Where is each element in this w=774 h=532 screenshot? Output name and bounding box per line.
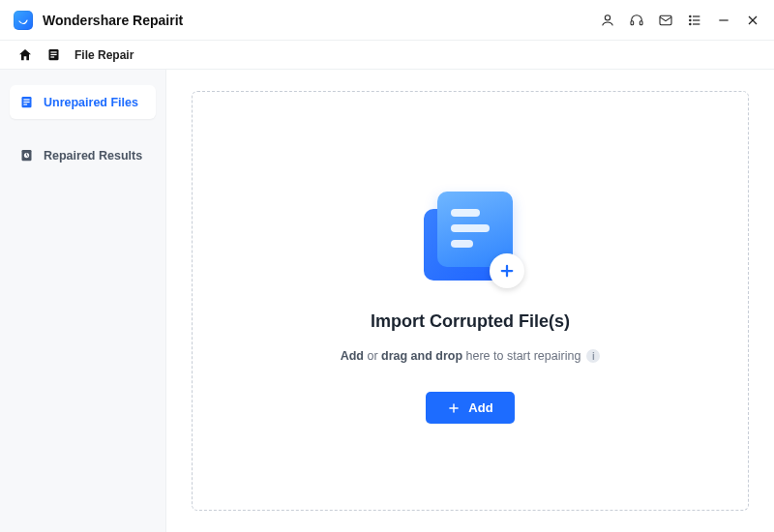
svg-rect-19 bbox=[23, 102, 29, 103]
svg-rect-15 bbox=[50, 54, 56, 55]
titlebar: Wondershare Repairit bbox=[0, 0, 774, 41]
info-icon[interactable]: i bbox=[586, 349, 600, 363]
sidebar-item-label: Repaired Results bbox=[44, 149, 142, 163]
svg-rect-18 bbox=[23, 99, 29, 100]
titlebar-left: Wondershare Repairit bbox=[14, 11, 183, 30]
sub-add: Add bbox=[341, 349, 364, 363]
close-icon[interactable] bbox=[745, 13, 760, 28]
file-icon bbox=[19, 95, 34, 109]
sub-drag: drag and drop bbox=[381, 349, 462, 363]
titlebar-right bbox=[600, 13, 760, 28]
app-title: Wondershare Repairit bbox=[43, 13, 183, 28]
sidebar-item-unrepaired[interactable]: Unrepaired Files bbox=[10, 85, 156, 119]
svg-rect-3 bbox=[660, 15, 671, 24]
plus-badge-icon bbox=[490, 253, 524, 288]
breadcrumb-label: File Repair bbox=[74, 48, 134, 62]
app-logo bbox=[14, 11, 33, 30]
account-icon[interactable] bbox=[600, 13, 615, 28]
home-icon[interactable] bbox=[17, 47, 33, 63]
mail-icon[interactable] bbox=[658, 13, 673, 28]
svg-rect-14 bbox=[50, 51, 56, 52]
dropzone[interactable]: Import Corrupted File(s) Add or drag and… bbox=[192, 91, 749, 511]
sidebar-item-repaired[interactable]: Repaired Results bbox=[10, 138, 156, 172]
svg-point-0 bbox=[605, 15, 610, 19]
svg-rect-16 bbox=[50, 56, 54, 57]
dropzone-headline: Import Corrupted File(s) bbox=[371, 311, 570, 332]
import-illustration bbox=[412, 178, 528, 294]
svg-rect-1 bbox=[631, 20, 634, 24]
sidebar: Unrepaired Files Repaired Results bbox=[0, 70, 166, 532]
sidebar-item-label: Unrepaired Files bbox=[44, 96, 138, 109]
svg-point-8 bbox=[690, 23, 691, 24]
plus-icon bbox=[447, 401, 461, 415]
sub-or: or bbox=[364, 349, 381, 363]
breadcrumb: File Repair bbox=[0, 41, 774, 70]
body: Unrepaired Files Repaired Results I bbox=[0, 70, 774, 532]
svg-point-6 bbox=[690, 19, 691, 20]
svg-rect-2 bbox=[640, 20, 642, 24]
clock-icon bbox=[19, 148, 34, 163]
list-icon[interactable] bbox=[687, 13, 702, 28]
add-button[interactable]: Add bbox=[426, 392, 514, 424]
svg-rect-20 bbox=[23, 103, 27, 104]
svg-point-4 bbox=[690, 15, 691, 16]
dropzone-subline: Add or drag and drop here to start repai… bbox=[341, 349, 601, 363]
headset-icon[interactable] bbox=[629, 13, 644, 28]
file-repair-icon bbox=[46, 47, 61, 62]
main-area: Import Corrupted File(s) Add or drag and… bbox=[166, 70, 774, 532]
add-button-label: Add bbox=[468, 400, 492, 415]
minimize-icon[interactable] bbox=[716, 13, 731, 28]
sub-after: here to start repairing bbox=[462, 349, 580, 363]
